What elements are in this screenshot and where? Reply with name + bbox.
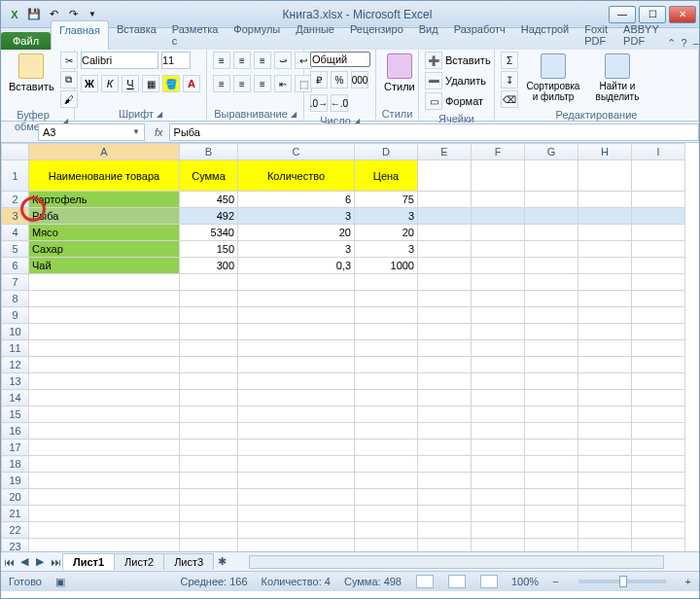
indent-dec-button[interactable]: ⇤ [274,75,292,92]
cell-G13[interactable] [525,373,578,390]
ribbon-tab-2[interactable]: Разметка с [164,20,227,50]
cell-B23[interactable] [180,539,238,553]
cell-I8[interactable] [632,291,685,307]
cell-I3[interactable] [632,208,685,225]
cell-C11[interactable] [238,340,355,357]
align-launcher-icon[interactable]: ◢ [291,110,297,119]
cell-A4[interactable]: Мясо [29,225,180,241]
cell-F23[interactable] [472,539,525,553]
cell-C19[interactable] [238,473,355,489]
col-header-C[interactable]: C [238,144,355,160]
cell-A19[interactable] [29,473,180,489]
ribbon-tab-0[interactable]: Главная [51,20,109,50]
font-color-button[interactable]: A [183,75,200,92]
excel-icon[interactable]: X [7,7,22,22]
row-header-21[interactable]: 21 [2,506,29,522]
cell-D5[interactable]: 3 [355,241,418,258]
cell-C23[interactable] [238,539,355,553]
save-icon[interactable]: 💾 [26,7,42,22]
cell-A7[interactable] [29,274,180,291]
cell-F15[interactable] [472,406,525,423]
cell-A1[interactable]: Наименование товара [29,160,180,192]
sheet-nav-first-icon[interactable]: ⏮ [1,554,17,570]
cell-I7[interactable] [632,274,685,291]
format-cells-button[interactable]: ▭Формат [425,92,483,110]
cell-E12[interactable] [418,357,472,373]
cell-H12[interactable] [578,357,632,373]
row-header-9[interactable]: 9 [2,307,29,324]
cell-E18[interactable] [418,456,472,473]
col-header-A[interactable]: A [29,144,180,160]
col-header-B[interactable]: B [180,144,238,160]
row-header-14[interactable]: 14 [2,390,29,406]
currency-button[interactable]: ₽ [310,71,328,88]
help-icon[interactable]: ? [682,37,687,50]
align-bot-button[interactable]: ≡ [254,52,271,69]
cell-B7[interactable] [180,274,238,291]
cell-A6[interactable]: Чай [29,258,180,274]
align-center-button[interactable]: ≡ [233,75,251,92]
cell-H6[interactable] [578,258,632,274]
ribbon-tab-3[interactable]: Формулы [226,20,288,50]
cell-D8[interactable] [355,291,418,307]
cell-A11[interactable] [29,340,180,357]
cell-H23[interactable] [578,539,632,553]
cell-D18[interactable] [355,456,418,473]
cell-C7[interactable] [238,274,355,291]
cell-H19[interactable] [578,473,632,489]
cell-H20[interactable] [578,489,632,506]
cell-B20[interactable] [180,489,238,506]
cell-E19[interactable] [418,473,472,489]
cell-G5[interactable] [525,241,578,258]
cell-E20[interactable] [418,489,472,506]
cell-I19[interactable] [632,473,685,489]
cell-H17[interactable] [578,440,632,456]
cell-H22[interactable] [578,522,632,539]
cell-F17[interactable] [472,440,525,456]
italic-button[interactable]: К [101,75,119,92]
cell-A9[interactable] [29,307,180,324]
cell-A13[interactable] [29,373,180,390]
cell-B21[interactable] [180,506,238,522]
ribbon-tab-5[interactable]: Рецензиро [342,20,411,50]
row-header-16[interactable]: 16 [2,423,29,440]
cell-F19[interactable] [472,473,525,489]
font-size-combo[interactable] [161,52,191,69]
fill-color-button[interactable]: 🪣 [162,75,180,92]
cell-G20[interactable] [525,489,578,506]
cell-E17[interactable] [418,440,472,456]
cell-B18[interactable] [180,456,238,473]
row-header-2[interactable]: 2 [2,192,29,208]
cell-A14[interactable] [29,390,180,406]
cell-F16[interactable] [472,423,525,440]
sheet-tab-Лист2[interactable]: Лист2 [114,553,164,570]
cell-H5[interactable] [578,241,632,258]
delete-cells-button[interactable]: ➖Удалить [425,72,486,89]
cell-E5[interactable] [418,241,472,258]
cell-E16[interactable] [418,423,472,440]
cell-B8[interactable] [180,291,238,307]
cell-A8[interactable] [29,291,180,307]
row-header-17[interactable]: 17 [2,440,29,456]
cell-D10[interactable] [355,324,418,340]
col-header-G[interactable]: G [525,144,578,160]
cell-H1[interactable] [578,160,632,192]
fill-button[interactable]: ↧ [501,71,518,88]
align-mid-button[interactable]: ≡ [233,52,251,69]
row-header-19[interactable]: 19 [2,473,29,489]
cell-F21[interactable] [472,506,525,522]
cell-C17[interactable] [238,440,355,456]
cell-C12[interactable] [238,357,355,373]
cell-H13[interactable] [578,373,632,390]
col-header-I[interactable]: I [632,144,685,160]
cell-H16[interactable] [578,423,632,440]
ribbon-tab-6[interactable]: Вид [411,20,446,50]
cell-I15[interactable] [632,406,685,423]
sheet-tab-Лист1[interactable]: Лист1 [62,553,115,570]
cell-E15[interactable] [418,406,472,423]
cell-G11[interactable] [525,340,578,357]
cell-C13[interactable] [238,373,355,390]
cell-E4[interactable] [418,225,472,241]
cell-G18[interactable] [525,456,578,473]
cell-C15[interactable] [238,406,355,423]
